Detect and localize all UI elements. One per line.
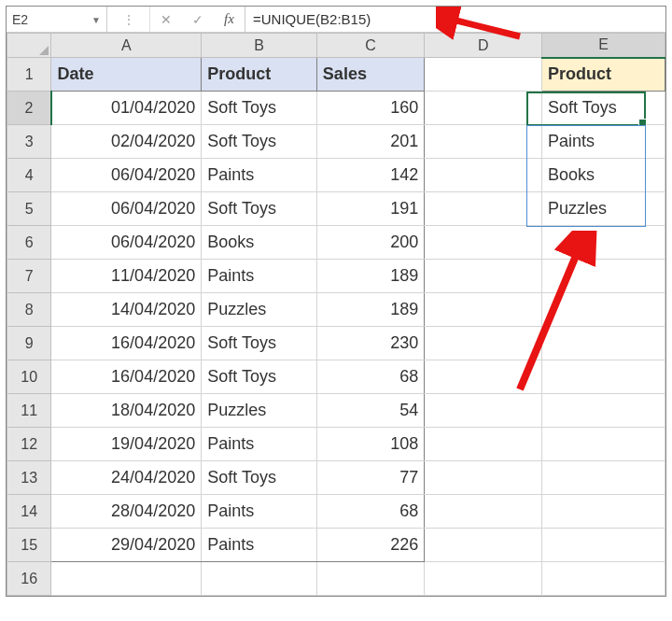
cell-B9[interactable]: Soft Toys — [202, 327, 317, 360]
chevron-down-icon[interactable]: ▼ — [91, 14, 101, 24]
cell-D2[interactable] — [425, 92, 542, 125]
fx-icon[interactable]: fx — [214, 7, 245, 32]
cell-B12[interactable]: Paints — [202, 428, 317, 461]
cell-B2[interactable]: Soft Toys — [202, 92, 317, 125]
cell-C9[interactable]: 230 — [316, 327, 424, 360]
cell-C8[interactable]: 189 — [316, 293, 424, 327]
cell-A4[interactable]: 06/04/2020 — [51, 159, 202, 192]
cell-A10[interactable]: 16/04/2020 — [51, 360, 202, 394]
select-all-corner[interactable] — [7, 34, 51, 58]
cell-C4[interactable]: 142 — [316, 159, 424, 192]
col-header-E[interactable]: E — [542, 34, 665, 58]
cell-E4[interactable]: Books — [542, 159, 665, 192]
cell-C1[interactable]: Sales — [316, 58, 424, 92]
cell-B16[interactable] — [202, 562, 317, 596]
cell-E12[interactable] — [542, 428, 665, 461]
cell-D1[interactable] — [425, 58, 542, 92]
name-box[interactable]: E2 ▼ — [7, 7, 107, 32]
cell-E13[interactable] — [542, 461, 665, 495]
cell-D6[interactable] — [425, 226, 542, 260]
cell-A8[interactable]: 14/04/2020 — [51, 293, 202, 327]
cell-B10[interactable]: Soft Toys — [202, 360, 317, 394]
cell-C15[interactable]: 226 — [316, 529, 424, 562]
cell-D7[interactable] — [425, 260, 542, 293]
cell-E15[interactable] — [542, 529, 665, 562]
row-header[interactable]: 3 — [7, 125, 51, 159]
spreadsheet-grid[interactable]: A B C D E 1 Date Product Sales Product 2… — [7, 33, 665, 596]
cell-C7[interactable]: 189 — [316, 260, 424, 293]
enter-icon[interactable]: ✓ — [182, 7, 214, 32]
row-header[interactable]: 4 — [7, 159, 51, 192]
cell-E9[interactable] — [542, 327, 665, 360]
cell-E3[interactable]: Paints — [542, 125, 665, 159]
cell-E1[interactable]: Product — [542, 58, 665, 92]
cell-D13[interactable] — [425, 461, 542, 495]
cell-A16[interactable] — [51, 562, 202, 596]
cell-E7[interactable] — [542, 260, 665, 293]
cell-A13[interactable]: 24/04/2020 — [51, 461, 202, 495]
cell-A7[interactable]: 11/04/2020 — [51, 260, 202, 293]
cell-B5[interactable]: Soft Toys — [202, 192, 317, 226]
cell-B13[interactable]: Soft Toys — [202, 461, 317, 495]
cell-A12[interactable]: 19/04/2020 — [51, 428, 202, 461]
cell-D16[interactable] — [425, 562, 542, 596]
cell-E11[interactable] — [542, 394, 665, 428]
row-header[interactable]: 2 — [7, 92, 51, 125]
row-header[interactable]: 8 — [7, 293, 51, 327]
row-header[interactable]: 12 — [7, 428, 51, 461]
cell-D14[interactable] — [425, 495, 542, 529]
cell-B14[interactable]: Paints — [202, 495, 317, 529]
cell-E10[interactable] — [542, 360, 665, 394]
cancel-icon[interactable]: ✕ — [150, 7, 182, 32]
col-header-B[interactable]: B — [202, 34, 317, 58]
cell-B15[interactable]: Paints — [202, 529, 317, 562]
row-header[interactable]: 7 — [7, 260, 51, 293]
row-header[interactable]: 5 — [7, 192, 51, 226]
cell-B6[interactable]: Books — [202, 226, 317, 260]
cell-D5[interactable] — [425, 192, 542, 226]
cell-B8[interactable]: Puzzles — [202, 293, 317, 327]
row-header[interactable]: 14 — [7, 495, 51, 529]
cell-C5[interactable]: 191 — [316, 192, 424, 226]
cell-A5[interactable]: 06/04/2020 — [51, 192, 202, 226]
cell-C12[interactable]: 108 — [316, 428, 424, 461]
cell-C6[interactable]: 200 — [316, 226, 424, 260]
row-header[interactable]: 10 — [7, 360, 51, 394]
cell-A11[interactable]: 18/04/2020 — [51, 394, 202, 428]
cell-D3[interactable] — [425, 125, 542, 159]
cell-A1[interactable]: Date — [51, 58, 202, 92]
cell-D10[interactable] — [425, 360, 542, 394]
row-header[interactable]: 6 — [7, 226, 51, 260]
cell-A14[interactable]: 28/04/2020 — [51, 495, 202, 529]
cell-B3[interactable]: Soft Toys — [202, 125, 317, 159]
formula-input[interactable]: =UNIQUE(B2:B15) — [245, 7, 665, 32]
cell-C11[interactable]: 54 — [316, 394, 424, 428]
cell-A9[interactable]: 16/04/2020 — [51, 327, 202, 360]
cell-B4[interactable]: Paints — [202, 159, 317, 192]
cell-D4[interactable] — [425, 159, 542, 192]
cell-A2[interactable]: 01/04/2020 — [51, 92, 202, 125]
col-header-D[interactable]: D — [425, 34, 542, 58]
cell-C16[interactable] — [316, 562, 424, 596]
cell-C3[interactable]: 201 — [316, 125, 424, 159]
cell-E6[interactable] — [542, 226, 665, 260]
cell-C10[interactable]: 68 — [316, 360, 424, 394]
cell-A15[interactable]: 29/04/2020 — [51, 529, 202, 562]
cell-E5[interactable]: Puzzles — [542, 192, 665, 226]
row-header[interactable]: 11 — [7, 394, 51, 428]
cell-D8[interactable] — [425, 293, 542, 327]
cell-D12[interactable] — [425, 428, 542, 461]
cell-C14[interactable]: 68 — [316, 495, 424, 529]
row-header[interactable]: 9 — [7, 327, 51, 360]
row-header[interactable]: 15 — [7, 529, 51, 562]
cell-B11[interactable]: Puzzles — [202, 394, 317, 428]
col-header-A[interactable]: A — [51, 34, 202, 58]
cell-E8[interactable] — [542, 293, 665, 327]
cell-A3[interactable]: 02/04/2020 — [51, 125, 202, 159]
row-header[interactable]: 16 — [7, 562, 51, 596]
col-header-C[interactable]: C — [316, 34, 424, 58]
cell-E2[interactable]: Soft Toys — [542, 92, 665, 125]
cell-A6[interactable]: 06/04/2020 — [51, 226, 202, 260]
cell-D11[interactable] — [425, 394, 542, 428]
cell-D9[interactable] — [425, 327, 542, 360]
